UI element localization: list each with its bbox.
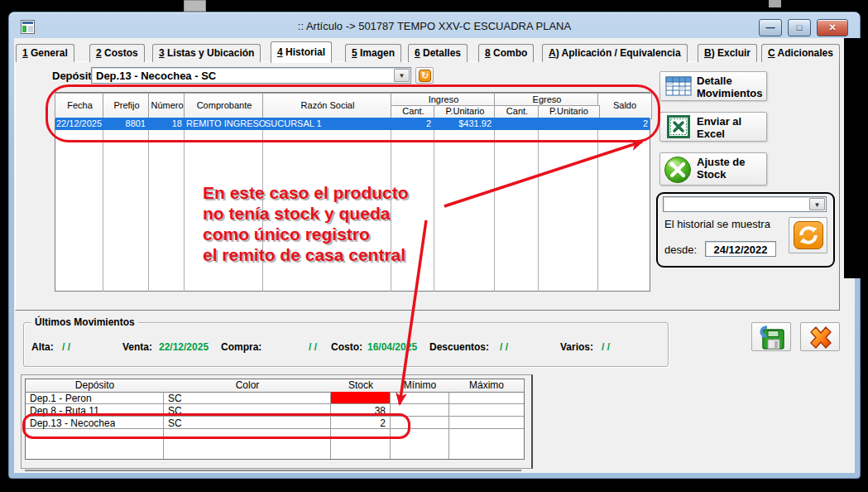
table-grid-icon	[665, 76, 692, 96]
grid-column-line	[103, 117, 103, 292]
stock-header-stock: Stock	[331, 379, 391, 393]
annotation-line: como único registro	[203, 224, 370, 244]
window-title: :: Artículo -> 501787 TEMPO XXV-C ESCUAD…	[8, 17, 861, 36]
venta-label: Venta:	[122, 341, 152, 353]
tab-general[interactable]: 1 General	[16, 44, 74, 62]
refresh-icon	[794, 221, 823, 249]
cancel-x-icon	[807, 325, 835, 350]
grid-column-line	[597, 117, 598, 292]
stock-row-separator	[26, 403, 524, 404]
annotation-line: el remito de casa central	[203, 245, 405, 265]
venta-value: 22/12/2025	[159, 341, 209, 353]
compra-value: / /	[309, 341, 317, 353]
stock-cell-stock[interactable]: 38	[331, 405, 386, 417]
tab-excluir[interactable]: B) Excluir	[698, 44, 757, 62]
chevron-down-icon[interactable]: ▼	[394, 69, 410, 82]
maximize-button[interactable]: □	[788, 19, 811, 36]
cancel-button[interactable]	[800, 322, 840, 351]
button-label-line1: Detalle	[697, 75, 762, 87]
cell-prefijo: 8801	[103, 118, 146, 129]
deposito-refresh-button[interactable]: ↻	[415, 67, 434, 84]
costo-label: Costo:	[331, 341, 362, 353]
stock-header-deposito: Depósito	[26, 379, 165, 393]
button-label-line2: Excel	[697, 128, 741, 140]
button-label-line1: Ajuste de	[697, 156, 746, 168]
stock-header-color: Color	[164, 379, 332, 393]
compra-label: Compra:	[221, 341, 261, 353]
tab-adicionales[interactable]: C Adicionales	[761, 44, 840, 62]
cell-ingreso-cant: 2	[391, 118, 431, 129]
ultimos-movimientos-title: Últimos Movimientos	[31, 316, 138, 328]
costo-value: 16/04/2025	[367, 341, 417, 353]
grid-column-line	[184, 117, 185, 292]
desde-date-value: 24/12/2022	[706, 244, 775, 256]
desde-label: desde:	[664, 244, 697, 256]
cell-ingreso-punitario: $431.92	[434, 118, 492, 129]
history-refresh-button[interactable]	[789, 217, 827, 253]
stock-cell-color[interactable]: SC	[168, 417, 182, 429]
save-disk-icon	[757, 326, 787, 350]
column-header-saldo[interactable]: Saldo	[597, 93, 652, 119]
deposito-combobox[interactable]: Dep.13 - Necochea - SC ▼	[91, 67, 411, 84]
enviar-al-excel-button[interactable]: Enviar alExcel	[659, 112, 767, 142]
save-button[interactable]	[751, 322, 791, 351]
stock-cell-deposito[interactable]: Dep.1 - Peron	[30, 393, 92, 404]
tab-aplicacion-equivalencia[interactable]: A) Aplicación / Equivalencia	[542, 44, 688, 62]
tools-icon	[664, 156, 692, 184]
stock-column-line	[390, 392, 391, 459]
grid-column-line	[494, 117, 495, 292]
app-icon-green-block	[22, 26, 26, 32]
tab-historial[interactable]: 4 Historial	[271, 41, 332, 63]
column-header-fecha[interactable]: Fecha	[55, 93, 105, 119]
app-icon	[21, 20, 35, 34]
stock-alert-cell	[331, 392, 390, 403]
tab-detalles[interactable]: 6 Detalles	[408, 44, 468, 62]
grid-column-line	[391, 117, 391, 292]
stock-header-minimo: Mínimo	[391, 379, 450, 393]
column-header-numero[interactable]: Número	[148, 93, 186, 119]
chevron-down-icon[interactable]: ▼	[809, 198, 825, 210]
stock-cell-deposito[interactable]: Dep.13 - Necochea	[30, 417, 115, 429]
cell-razon-social: SUCURSAL 1	[265, 118, 322, 129]
history-info-text: El historial se muestra	[664, 218, 770, 230]
stock-cell-color[interactable]: SC	[168, 405, 182, 417]
stock-cell-deposito[interactable]: Dep 8 - Ruta 11	[30, 405, 99, 417]
annotation-line: no tenía stock y queda	[203, 204, 390, 224]
grid-column-line	[148, 117, 149, 292]
background-window-fragment	[184, 0, 206, 12]
close-button[interactable]: ✕	[817, 19, 848, 36]
cell-numero: 18	[149, 118, 182, 129]
varios-label: Varios:	[560, 341, 593, 353]
alta-label: Alta:	[31, 341, 54, 353]
filter-combobox[interactable]: ▼	[663, 196, 827, 212]
grid-column-line	[538, 117, 539, 292]
tab-listas-y-ubicacion[interactable]: 3 Listas y Ubicación	[152, 44, 261, 62]
app-icon-gray-block	[28, 26, 33, 32]
stock-column-line	[163, 392, 164, 459]
grid-column-line	[434, 117, 434, 292]
column-header-prefijo[interactable]: Prefijo	[103, 93, 151, 119]
refresh-icon: ↻	[419, 70, 431, 82]
button-label-line1: Enviar al	[697, 115, 741, 128]
cell-comprobante: REMITO INGRESO	[186, 118, 266, 129]
descuentos-label: Descuentos:	[429, 341, 489, 353]
annotation-line: En este caso el producto	[203, 183, 409, 203]
stock-cell-color[interactable]: SC	[168, 393, 182, 404]
background-window-fragment	[769, 0, 781, 7]
tab-costos[interactable]: 2 Costos	[89, 44, 145, 62]
stock-header-maximo: Máximo	[449, 379, 525, 393]
column-header-razon-social[interactable]: Razón Social	[262, 93, 393, 119]
button-label-line2: Stock	[697, 168, 746, 181]
cell-saldo: 2	[598, 118, 648, 129]
alta-value: / /	[62, 341, 70, 353]
ajuste-de-stock-button[interactable]: Ajuste deStock	[659, 152, 767, 186]
cell-fecha: 22/12/2025	[56, 118, 102, 129]
tab-imagen[interactable]: 5 Imagen	[345, 44, 401, 62]
desde-date-field[interactable]: 24/12/2022	[705, 241, 776, 257]
column-header-comprobante[interactable]: Comprobante	[184, 93, 265, 119]
detalle-movimientos-button[interactable]: DetalleMovimientos	[659, 71, 767, 101]
minimize-button[interactable]: —	[759, 19, 782, 36]
background-black-patch	[844, 38, 868, 278]
tab-combo[interactable]: 8 Combo	[478, 44, 534, 62]
stock-cell-stock[interactable]: 2	[331, 417, 386, 429]
